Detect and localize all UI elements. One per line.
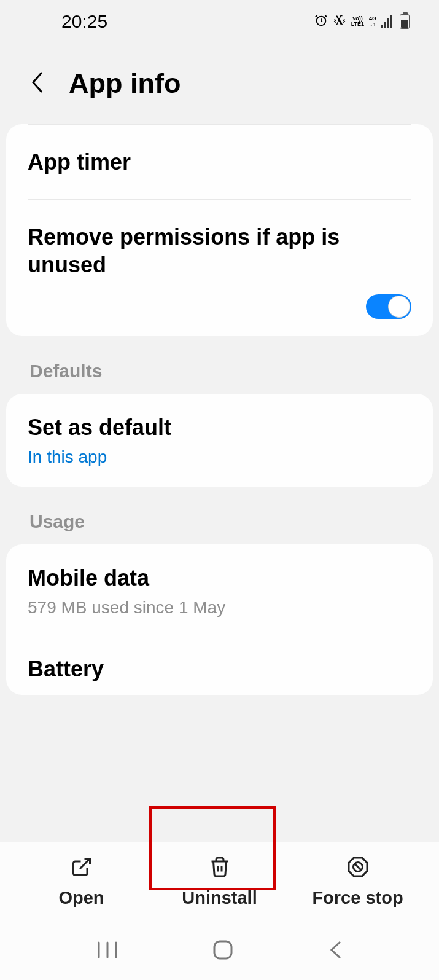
nav-back-button[interactable] bbox=[328, 939, 343, 963]
android-nav-bar bbox=[0, 922, 439, 980]
alarm-icon bbox=[314, 14, 328, 29]
remove-permissions-label: Remove permissions if app is unused bbox=[28, 223, 411, 278]
header: App info bbox=[0, 43, 439, 124]
battery-label: Battery bbox=[28, 655, 411, 683]
open-icon bbox=[71, 856, 93, 880]
force-stop-button[interactable]: Force stop bbox=[289, 856, 427, 908]
set-as-default-label: Set as default bbox=[28, 414, 411, 441]
stop-icon bbox=[347, 856, 369, 880]
battery-icon bbox=[400, 14, 410, 29]
uninstall-label: Uninstall bbox=[182, 888, 257, 908]
status-icons: Vo)) LTE1 4G ↓↑ bbox=[314, 14, 410, 29]
usage-section-label: Usage bbox=[0, 505, 439, 544]
usage-card: App timer Remove permissions if app is u… bbox=[6, 124, 433, 336]
svg-rect-2 bbox=[214, 941, 231, 958]
uninstall-button[interactable]: Uninstall bbox=[150, 856, 289, 908]
status-time: 20:25 bbox=[61, 11, 107, 32]
usage-data-card: Mobile data 579 MB used since 1 May Batt… bbox=[6, 544, 433, 695]
mobile-data-label: Mobile data bbox=[28, 564, 411, 592]
remove-permissions-toggle-row bbox=[6, 284, 433, 336]
app-timer-label: App timer bbox=[28, 148, 411, 176]
force-stop-label: Force stop bbox=[312, 888, 403, 908]
set-as-default-item[interactable]: Set as default In this app bbox=[6, 394, 433, 487]
page-title: App info bbox=[69, 68, 181, 100]
signal-icon bbox=[381, 15, 392, 28]
battery-item[interactable]: Battery bbox=[6, 635, 433, 695]
open-label: Open bbox=[58, 888, 104, 908]
vibrate-icon bbox=[333, 14, 346, 29]
remove-permissions-toggle[interactable] bbox=[366, 294, 411, 319]
volte-icon: Vo)) LTE1 bbox=[351, 16, 364, 27]
trash-icon bbox=[209, 856, 231, 880]
defaults-card: Set as default In this app bbox=[6, 394, 433, 487]
recents-button[interactable] bbox=[96, 941, 118, 961]
remove-permissions-item[interactable]: Remove permissions if app is unused bbox=[6, 200, 433, 284]
mobile-data-item[interactable]: Mobile data 579 MB used since 1 May bbox=[6, 544, 433, 635]
status-bar: 20:25 Vo)) LTE1 4G ↓↑ bbox=[0, 0, 439, 43]
app-timer-item[interactable]: App timer bbox=[6, 125, 433, 199]
network-icon: 4G ↓↑ bbox=[369, 16, 376, 27]
bottom-action-bar: Open Uninstall Force stop bbox=[0, 842, 439, 922]
set-as-default-sub: In this app bbox=[28, 447, 411, 467]
mobile-data-sub: 579 MB used since 1 May bbox=[28, 598, 411, 617]
home-button[interactable] bbox=[212, 939, 233, 963]
open-button[interactable]: Open bbox=[12, 856, 150, 908]
defaults-section-label: Defaults bbox=[0, 355, 439, 394]
back-icon[interactable] bbox=[29, 70, 47, 97]
